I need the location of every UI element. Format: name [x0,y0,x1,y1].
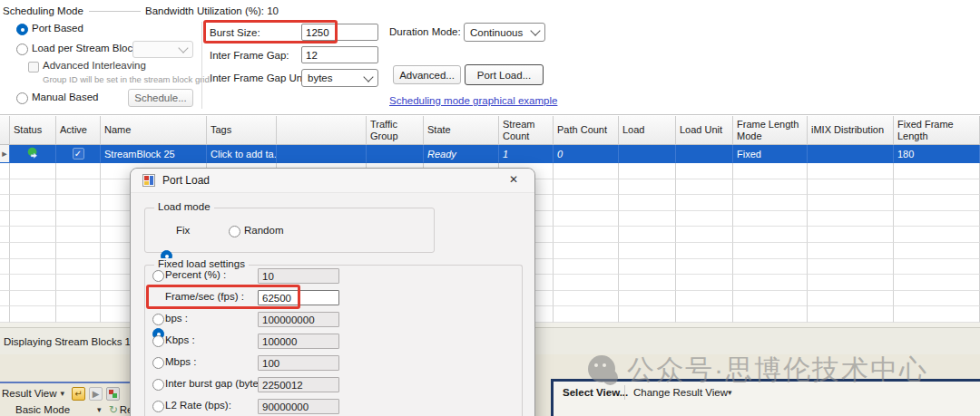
result-view-menu[interactable]: Result View [2,388,57,399]
table-cell[interactable] [894,291,980,307]
load-per-stream-block-radio[interactable] [16,44,28,55]
imix-distribution-cell[interactable] [808,145,894,163]
refresh-icon[interactable]: ↻ [109,403,118,416]
random-radio[interactable] [229,226,240,237]
table-cell[interactable] [894,275,980,291]
chevron-down-icon[interactable]: ▾ [728,388,732,397]
table-cell[interactable] [619,179,676,196]
schedule-button[interactable]: Schedule... [128,89,193,107]
table-cell[interactable] [676,291,733,307]
table-cell[interactable] [808,227,894,243]
table-cell[interactable] [894,259,980,276]
table-cell[interactable] [808,163,894,179]
table-cell[interactable] [554,211,619,227]
table-cell[interactable] [0,306,10,323]
table-cell[interactable] [676,275,733,291]
kbps-input[interactable] [258,334,339,349]
table-cell[interactable] [56,306,101,323]
name-cell[interactable]: StreamBlock 25 [101,145,207,163]
percent-radio[interactable] [152,270,164,282]
table-cell[interactable] [808,291,894,307]
table-cell[interactable] [619,227,676,243]
col-header-load-unit[interactable]: Load Unit [676,116,733,145]
table-cell[interactable] [619,275,676,291]
table-cell[interactable] [894,227,980,243]
col-header-load[interactable]: Load [619,116,676,145]
col-header-stream-count[interactable]: Stream Count [499,116,554,145]
tags-cell[interactable]: Click to add ta... [207,145,277,163]
table-cell[interactable] [676,227,733,243]
table-cell[interactable] [808,179,894,196]
load-unit-cell[interactable] [676,145,733,163]
inter-burst-gap-input[interactable] [258,377,339,392]
table-cell[interactable] [733,243,808,259]
row-selector-cell[interactable]: ▸ [0,145,10,163]
table-cell[interactable] [10,163,56,179]
inter-frame-gap-input[interactable] [301,46,378,63]
port-load-button[interactable]: Port Load... [465,64,544,85]
table-cell[interactable] [894,179,980,196]
table-cell[interactable] [0,243,10,259]
basic-mode-select[interactable]: Basic Mode [15,404,70,415]
l2-rate-radio[interactable] [152,401,164,412]
mbps-label[interactable]: Mbps : [165,356,197,367]
table-cell[interactable] [894,195,980,211]
table-cell[interactable] [808,306,894,323]
table-cell[interactable] [56,243,101,259]
dialog-title-bar[interactable]: Port Load ✕ [131,169,534,193]
table-cell[interactable] [808,195,894,211]
table-cell[interactable] [56,275,101,291]
table-cell[interactable] [56,211,101,227]
table-cell[interactable] [56,195,101,211]
table-cell[interactable] [554,179,619,196]
table-cell[interactable] [808,275,894,291]
table-cell[interactable] [894,163,980,179]
col-header-imix-distribution[interactable]: iMIX Distribution [808,116,894,145]
table-cell[interactable] [10,227,56,243]
bps-radio[interactable] [152,314,164,325]
l2-rate-input[interactable] [258,399,339,414]
load-per-stream-block-label[interactable]: Load per Stream Block [32,43,138,53]
table-cell[interactable] [676,243,733,259]
inter-burst-gap-radio[interactable] [152,379,164,391]
table-cell[interactable] [733,259,808,276]
percent-input[interactable] [258,268,339,284]
table-cell[interactable] [733,227,808,243]
table-cell[interactable] [619,163,676,179]
table-cell[interactable] [808,243,894,259]
col-header-tags[interactable]: Tags [207,116,277,145]
mbps-input[interactable] [258,355,339,371]
table-cell[interactable] [10,275,56,291]
table-cell[interactable] [56,259,101,276]
chart-results-icon[interactable]: ▶ [89,387,103,401]
port-based-label[interactable]: Port Based [32,23,83,34]
col-header-name[interactable]: Name [101,116,207,145]
table-cell[interactable] [10,306,56,323]
table-cell[interactable] [676,259,733,276]
mbps-radio[interactable] [152,357,164,369]
table-cell[interactable] [676,195,733,211]
table-cell[interactable] [619,291,676,307]
kbps-radio[interactable] [152,335,164,347]
scheduling-example-link[interactable]: Scheduling mode graphical example [389,95,557,106]
table-cell[interactable] [894,211,980,227]
bps-label[interactable]: bps : [165,313,188,324]
col-header-path-count[interactable]: Path Count [554,116,619,145]
load-per-stream-block-select[interactable] [132,41,193,58]
load-cell[interactable] [619,145,676,163]
table-cell[interactable] [554,275,619,291]
table-cell[interactable] [894,243,980,259]
chevron-down-icon[interactable]: ▾ [61,389,65,398]
table-cell[interactable] [733,163,808,179]
manual-based-label[interactable]: Manual Based [32,92,99,102]
table-cell[interactable] [0,163,10,179]
col-header-active[interactable]: Active [56,116,101,145]
table-row-streamblock[interactable]: ▸ ✓ StreamBlock 25 Click to add ta... Re… [0,145,980,163]
traffic-group-cell[interactable] [367,145,424,163]
col-header-blank[interactable] [277,116,367,145]
table-cell[interactable] [10,259,56,276]
table-cell[interactable] [733,291,808,307]
table-cell[interactable] [0,291,10,307]
table-cell[interactable] [676,306,733,323]
table-cell[interactable] [10,211,56,227]
